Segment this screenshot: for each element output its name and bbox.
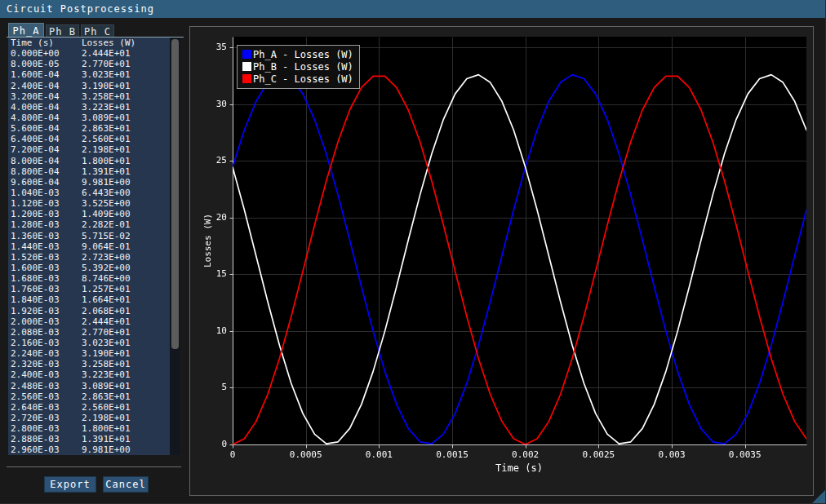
table-row[interactable]: 1.840E-031.664E+01 bbox=[8, 294, 170, 305]
y-tick-label: 30 bbox=[190, 99, 227, 109]
table-row[interactable]: 2.960E-039.981E+00 bbox=[8, 444, 170, 455]
cell-losses: 3.525E+00 bbox=[82, 198, 170, 209]
cell-time: 1.440E-03 bbox=[11, 241, 82, 252]
table-row[interactable]: 1.680E-038.746E+00 bbox=[8, 273, 170, 284]
cell-time: 2.000E-03 bbox=[11, 316, 82, 327]
chart-panel: 00.00050.0010.00150.0020.00250.0030.0035… bbox=[189, 26, 814, 496]
cell-time: 7.200E-04 bbox=[11, 144, 82, 155]
cell-losses: 8.746E+00 bbox=[82, 273, 170, 284]
cell-time: 1.360E-03 bbox=[11, 231, 82, 241]
table-row[interactable]: 1.200E-031.409E+00 bbox=[8, 209, 170, 219]
table-row[interactable]: 2.720E-032.198E+01 bbox=[8, 413, 170, 423]
table-row[interactable]: 2.320E-033.258E+01 bbox=[8, 359, 170, 369]
plot-legend: Ph_A - Losses (W)Ph_B - Losses (W)Ph_C -… bbox=[237, 45, 360, 89]
table-scrollbar-thumb[interactable] bbox=[171, 39, 179, 349]
tab-ph-b[interactable]: Ph_B bbox=[46, 24, 79, 38]
table-row[interactable]: 8.000E-052.770E+01 bbox=[8, 59, 170, 69]
table-row[interactable]: 1.440E-039.064E-01 bbox=[8, 241, 170, 252]
legend-item: Ph_C - Losses (W) bbox=[242, 73, 353, 85]
losses-table[interactable]: Time (s) Losses (W) 0.000E+002.444E+018.… bbox=[8, 38, 170, 455]
cell-losses: 3.023E+01 bbox=[82, 69, 170, 80]
table-row[interactable]: 6.400E-042.560E+01 bbox=[8, 134, 170, 144]
cell-time: 5.600E-04 bbox=[11, 123, 82, 134]
x-tick-label: 0.0015 bbox=[436, 449, 469, 460]
table-row[interactable]: 1.120E-033.525E+00 bbox=[8, 198, 170, 209]
table-row[interactable]: 9.600E-049.981E+00 bbox=[8, 177, 170, 188]
y-tick-label: 5 bbox=[190, 382, 227, 392]
cell-losses: 2.560E+01 bbox=[82, 402, 170, 413]
cell-losses: 3.223E+01 bbox=[82, 369, 170, 380]
tab-ph-c[interactable]: Ph_C bbox=[81, 24, 114, 38]
cell-losses: 1.257E+01 bbox=[82, 284, 170, 294]
cell-time: 4.800E-04 bbox=[11, 113, 82, 123]
cell-losses: 5.715E-02 bbox=[82, 231, 170, 241]
table-scrollbar-track[interactable] bbox=[170, 38, 180, 455]
table-row[interactable]: 4.800E-043.089E+01 bbox=[8, 113, 170, 123]
table-row[interactable]: 2.240E-033.190E+01 bbox=[8, 348, 170, 359]
table-row[interactable]: 2.560E-032.863E+01 bbox=[8, 391, 170, 402]
cell-time: 2.880E-03 bbox=[11, 434, 82, 444]
cell-time: 8.000E-04 bbox=[11, 156, 82, 166]
table-row[interactable]: 1.360E-035.715E-02 bbox=[8, 231, 170, 241]
cell-time: 2.240E-03 bbox=[11, 348, 82, 359]
tab-ph-a[interactable]: Ph_A bbox=[8, 23, 44, 38]
cell-losses: 2.560E+01 bbox=[82, 134, 170, 144]
cell-losses: 9.981E+00 bbox=[82, 444, 170, 455]
legend-item: Ph_A - Losses (W) bbox=[242, 48, 353, 60]
table-row[interactable]: 2.480E-033.089E+01 bbox=[8, 381, 170, 391]
table-row[interactable]: 1.600E-043.023E+01 bbox=[8, 69, 170, 80]
y-tick-label: 0 bbox=[190, 440, 227, 449]
table-row[interactable]: 2.640E-032.560E+01 bbox=[8, 402, 170, 413]
table-row[interactable]: 1.760E-031.257E+01 bbox=[8, 284, 170, 294]
table-row[interactable]: 2.400E-033.223E+01 bbox=[8, 369, 170, 380]
cell-losses: 9.981E+00 bbox=[82, 177, 170, 188]
table-row[interactable]: 1.040E-036.443E+00 bbox=[8, 188, 170, 198]
y-tick-label: 35 bbox=[190, 42, 227, 52]
legend-swatch bbox=[242, 62, 251, 71]
table-row[interactable]: 8.000E-041.800E+01 bbox=[8, 156, 170, 166]
x-tick-label: 0.0005 bbox=[290, 449, 322, 460]
table-row[interactable]: 2.800E-031.800E+01 bbox=[8, 423, 170, 434]
table-row[interactable]: 8.800E-041.391E+01 bbox=[8, 166, 170, 177]
table-row[interactable]: 2.000E-032.444E+01 bbox=[8, 316, 170, 327]
cell-time: 8.800E-04 bbox=[11, 166, 82, 177]
table-row[interactable]: 2.080E-032.770E+01 bbox=[8, 327, 170, 338]
cell-time: 2.480E-03 bbox=[11, 381, 82, 391]
x-tick-label: 0.0025 bbox=[582, 449, 615, 460]
x-tick-label: 0 bbox=[230, 449, 236, 460]
cell-losses: 2.198E+01 bbox=[82, 413, 170, 423]
cell-time: 1.840E-03 bbox=[11, 294, 82, 305]
cell-losses: 2.770E+01 bbox=[82, 327, 170, 338]
cell-losses: 1.391E+01 bbox=[82, 166, 170, 177]
cell-losses: 2.444E+01 bbox=[82, 316, 170, 327]
table-row[interactable]: 3.200E-043.258E+01 bbox=[8, 91, 170, 102]
table-row[interactable]: 2.400E-043.190E+01 bbox=[8, 81, 170, 91]
window-resize-grip[interactable] bbox=[812, 490, 825, 503]
table-row[interactable]: 5.600E-042.863E+01 bbox=[8, 123, 170, 134]
cancel-button[interactable]: Cancel bbox=[103, 476, 149, 493]
table-row[interactable]: 0.000E+002.444E+01 bbox=[8, 48, 170, 59]
table-row[interactable]: 2.160E-033.023E+01 bbox=[8, 338, 170, 348]
cell-losses: 3.190E+01 bbox=[82, 348, 170, 359]
table-row[interactable]: 4.000E-043.223E+01 bbox=[8, 102, 170, 113]
table-row[interactable]: 2.880E-031.391E+01 bbox=[8, 434, 170, 444]
cell-time: 1.040E-03 bbox=[11, 188, 82, 198]
cell-time: 1.200E-03 bbox=[11, 209, 82, 219]
cell-losses: 3.258E+01 bbox=[82, 91, 170, 102]
cell-time: 2.160E-03 bbox=[11, 338, 82, 348]
x-tick-label: 0.002 bbox=[512, 449, 539, 460]
table-row[interactable]: 1.920E-032.068E+01 bbox=[8, 306, 170, 316]
table-row[interactable]: 1.520E-032.723E+00 bbox=[8, 252, 170, 263]
table-row[interactable]: 7.200E-042.198E+01 bbox=[8, 144, 170, 155]
cell-time: 2.800E-03 bbox=[11, 423, 82, 434]
cell-losses: 2.723E+00 bbox=[82, 252, 170, 263]
x-tick-label: 0.0035 bbox=[729, 449, 762, 460]
legend-swatch bbox=[242, 50, 251, 59]
cell-time: 2.400E-03 bbox=[11, 369, 82, 380]
export-button[interactable]: Export bbox=[44, 476, 96, 493]
cell-losses: 2.863E+01 bbox=[82, 123, 170, 134]
cell-time: 2.320E-03 bbox=[11, 359, 82, 369]
table-row[interactable]: 1.600E-035.392E+00 bbox=[8, 263, 170, 273]
y-tick-label: 25 bbox=[190, 156, 227, 166]
table-row[interactable]: 1.280E-032.282E-01 bbox=[8, 219, 170, 230]
